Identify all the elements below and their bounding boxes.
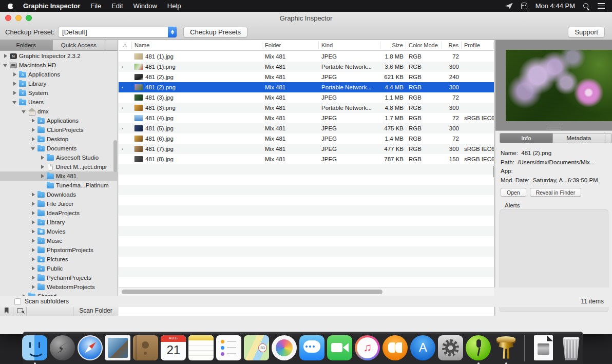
tree-item[interactable]: Macintosh HD	[0, 61, 118, 70]
disclosure-triangle-icon[interactable]	[40, 164, 45, 169]
tree-item[interactable]: Documents	[0, 144, 118, 153]
kind-column-header[interactable]: Kind	[319, 42, 380, 49]
disclosure-triangle-icon[interactable]	[31, 137, 36, 142]
scan-subfolders-option[interactable]: Scan subfolders	[14, 298, 69, 305]
tree-item[interactable]: Applications	[0, 70, 118, 79]
disclosure-triangle-icon[interactable]	[3, 63, 8, 68]
menubar-menu-item[interactable]: Help	[167, 2, 181, 10]
sidebar-scrollbar[interactable]	[113, 140, 117, 172]
tree-item[interactable]: Pictures	[0, 255, 118, 264]
disclosure-triangle-icon[interactable]	[31, 247, 36, 253]
table-row[interactable]: 481 (1).png Mix 481 Portable Network... …	[119, 62, 494, 72]
calendar-dock-icon[interactable]: AUG 21	[161, 335, 186, 360]
table-horizontal-scrollbar[interactable]	[119, 288, 494, 296]
menubar-menu-item[interactable]: Edit	[111, 2, 123, 10]
menubar-menu-item[interactable]: Window	[133, 2, 157, 10]
ibooks-dock-icon[interactable]	[382, 335, 408, 360]
notification-center-icon[interactable]	[598, 3, 605, 9]
tree-item[interactable]: Graphic Inspector 2.3.2	[0, 51, 118, 61]
menubar-app-name[interactable]: Graphic Inspector	[23, 2, 80, 10]
tab-info[interactable]: Info	[500, 133, 552, 143]
folder-column-header[interactable]: Folder	[262, 42, 319, 49]
finder-dock-icon[interactable]	[22, 335, 47, 360]
scrollbar-thumb[interactable]	[122, 290, 382, 294]
disclosure-triangle-icon[interactable]	[12, 100, 17, 105]
safari-dock-icon[interactable]	[78, 335, 103, 360]
disclosure-triangle-icon[interactable]	[40, 155, 45, 160]
itunes-dock-icon[interactable]	[355, 335, 380, 360]
profile-column-header[interactable]: Profile	[462, 42, 494, 49]
disclosure-triangle-icon[interactable]	[31, 201, 36, 206]
open-button[interactable]: Open	[501, 188, 526, 197]
tree-item[interactable]: PhpstormProjects	[0, 245, 118, 255]
disclosure-triangle-icon[interactable]	[31, 257, 36, 262]
tree-item[interactable]: System	[0, 88, 118, 98]
disclosure-triangle-icon[interactable]	[31, 266, 36, 271]
reminders-dock-icon[interactable]	[216, 335, 241, 360]
tree-item[interactable]: Music	[0, 236, 118, 245]
system-preferences-dock-icon[interactable]	[438, 335, 463, 360]
disclosure-triangle-icon[interactable]	[40, 183, 45, 188]
tree-item[interactable]: Library	[0, 218, 118, 227]
disclosure-triangle-icon[interactable]	[31, 146, 36, 151]
audio-app-dock-icon[interactable]	[466, 335, 491, 360]
table-row[interactable]: 481 (1).jpg Mix 481 JPEG 1.8 MB RGB 72	[119, 51, 494, 62]
maps-dock-icon[interactable]: 3D	[244, 335, 269, 360]
app-store-dock-icon[interactable]	[410, 335, 435, 360]
spotlight-search-icon[interactable]	[583, 3, 589, 9]
tree-item[interactable]: Tune4ma...Platinum	[0, 181, 118, 190]
tab-metadata[interactable]: Metadata	[552, 133, 605, 143]
menubar-extra-robot-icon[interactable]	[521, 3, 527, 9]
tree-item[interactable]: Applications	[0, 116, 118, 125]
disclosure-triangle-icon[interactable]	[31, 284, 36, 290]
disclosure-triangle-icon[interactable]	[12, 81, 17, 86]
table-row[interactable]: 481 (4).jpg Mix 481 JPEG 1.7 MB RGB 72 s…	[119, 113, 494, 123]
facetime-dock-icon[interactable]	[327, 335, 352, 360]
disclosure-triangle-icon[interactable]	[31, 238, 36, 243]
tree-item[interactable]: Direct M...ject.dmpr	[0, 162, 118, 171]
checkup-preset-dropdown[interactable]: [Default]	[58, 27, 177, 37]
disclosure-triangle-icon[interactable]	[12, 90, 17, 95]
alert-column-header[interactable]: ⚠	[119, 42, 132, 49]
table-row[interactable]: 481 (7).jpg Mix 481 JPEG 477 KB RGB 300 …	[119, 144, 494, 154]
messages-dock-icon[interactable]	[299, 335, 324, 360]
table-row[interactable]: 481 (6).jpg Mix 481 JPEG 1.4 MB RGB 72	[119, 133, 494, 144]
notes-dock-icon[interactable]	[188, 335, 214, 360]
disclosure-triangle-icon[interactable]	[3, 53, 8, 59]
table-row[interactable]: 481 (3).jpg Mix 481 JPEG 1.1 MB RGB 72	[119, 92, 494, 103]
tree-item[interactable]: Movies	[0, 227, 118, 236]
tree-item[interactable]: PycharmProjects	[0, 273, 118, 282]
photos-dock-icon[interactable]	[272, 335, 297, 360]
tree-item[interactable]: Downloads	[0, 190, 118, 199]
tab-quick-access[interactable]: Quick Access	[53, 40, 106, 50]
tree-item[interactable]: dmx	[0, 107, 118, 116]
tree-item[interactable]: Desktop	[0, 135, 118, 144]
disclosure-triangle-icon[interactable]	[31, 210, 36, 216]
table-row[interactable]: 481 (3).png Mix 481 Portable Network... …	[119, 103, 494, 113]
color-mode-column-header[interactable]: Color Mode	[406, 42, 442, 49]
res-column-header[interactable]: Res	[442, 42, 462, 49]
tree-item[interactable]: CLionProjects	[0, 125, 118, 135]
tree-item[interactable]: Users	[0, 98, 118, 107]
size-column-header[interactable]: Size	[380, 42, 406, 49]
tree-item[interactable]: Public	[0, 264, 118, 273]
tab-folders[interactable]: Folders	[0, 40, 53, 50]
disclosure-triangle-icon[interactable]	[31, 229, 36, 234]
menubar-menu-item[interactable]: File	[90, 2, 101, 10]
disclosure-triangle-icon[interactable]	[22, 109, 27, 114]
title-bar[interactable]: Graphic Inspector Checkup Preset: [Defau…	[0, 12, 612, 40]
table-row[interactable]: 481 (2).jpg Mix 481 JPEG 621 KB RGB 240	[119, 72, 494, 82]
launchpad-dock-icon[interactable]	[50, 335, 75, 360]
trash-dock-icon[interactable]	[559, 335, 584, 360]
table-row[interactable]: 481 (8).jpg Mix 481 JPEG 787 KB RGB 150 …	[119, 154, 494, 164]
apple-menu-icon[interactable]	[7, 3, 14, 9]
disclosure-triangle-icon[interactable]	[31, 127, 36, 132]
brass-app-dock-icon[interactable]	[493, 335, 519, 360]
disclosure-triangle-icon[interactable]	[31, 275, 36, 280]
name-column-header[interactable]: Name	[132, 42, 262, 49]
menubar-clock[interactable]: Mon 4:44 PM	[536, 2, 575, 10]
tree-item[interactable]: Mix 481	[0, 171, 118, 181]
support-button[interactable]: Support	[568, 27, 605, 37]
tree-item[interactable]: IdeaProjects	[0, 208, 118, 218]
tree-item[interactable]: WebstormProjects	[0, 282, 118, 292]
